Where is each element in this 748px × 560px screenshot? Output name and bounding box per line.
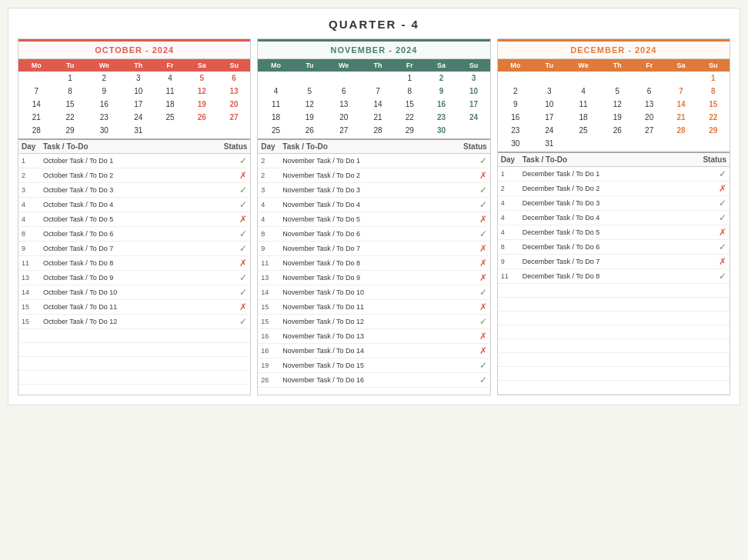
task-label: November Task / To Do 5 (282, 215, 456, 223)
empty-row (498, 312, 730, 325)
cal-day-cell: 2 (86, 72, 122, 85)
cal-day-header-Th: Th (362, 59, 393, 72)
cal-day-header-Su: Su (218, 59, 250, 72)
cal-day-header-We: We (565, 59, 601, 72)
cal-day-cell: 18 (565, 111, 601, 124)
status-cross-icon: ✗ (239, 258, 247, 268)
status-check-icon: ✓ (719, 271, 726, 282)
calendar-dec: MoTuWeThFrSaSu12345678910111213141516171… (498, 59, 730, 150)
task-day: 1 (501, 170, 523, 178)
cal-day-cell: 13 (326, 98, 362, 111)
page-container: QUARTER - 4 OCTOBER - 2024MoTuWeThFrSaSu… (8, 8, 740, 405)
cal-day-cell: 10 (457, 85, 489, 98)
empty-row (498, 381, 730, 395)
cal-day-cell: 2 (426, 72, 457, 85)
task-row: 2 December Task / To Do 2 ✗ (498, 182, 730, 196)
status-cross-icon: ✗ (239, 214, 247, 225)
cal-day-cell (602, 72, 633, 85)
task-row: 4 October Task / To Do 5 ✗ (18, 212, 250, 227)
cal-day-cell: 9 (86, 85, 122, 98)
task-day: 4 (22, 201, 43, 208)
status-check-icon: ✓ (239, 155, 247, 166)
task-label: November Task / To Do 13 (282, 332, 456, 340)
task-day: 4 (261, 201, 282, 208)
col-header-status: Status (456, 142, 487, 151)
cal-day-cell (362, 72, 393, 85)
status-check-icon: ✓ (479, 185, 487, 195)
cal-day-cell: 8 (394, 85, 426, 98)
cal-day-cell (565, 137, 601, 150)
cal-day-cell: 14 (665, 98, 696, 111)
month-header-oct: OCTOBER - 2024 (18, 39, 250, 59)
task-status: ✓ (456, 155, 487, 166)
status-check-icon: ✓ (239, 185, 247, 195)
status-check-icon: ✓ (479, 316, 487, 327)
cal-day-header-Tu: Tu (54, 59, 85, 72)
task-label: November Task / To Do 3 (282, 186, 456, 194)
empty-row (18, 343, 250, 357)
status-cross-icon: ✗ (479, 302, 487, 312)
cal-day-cell: 29 (54, 124, 85, 137)
task-status: ✗ (456, 302, 487, 312)
cal-day-cell: 9 (426, 85, 457, 98)
task-status: ✓ (456, 316, 487, 327)
task-label: December Task / To Do 8 (523, 272, 696, 280)
status-check-icon: ✓ (239, 199, 247, 210)
calendar-oct: MoTuWeThFrSaSu12345678910111213141516171… (18, 59, 250, 137)
cal-day-cell: 27 (218, 111, 250, 124)
cal-day-cell (665, 72, 696, 85)
status-cross-icon: ✗ (719, 227, 726, 238)
task-label: October Task / To Do 11 (43, 303, 216, 311)
task-day: 8 (261, 230, 282, 238)
cal-day-cell (326, 72, 362, 85)
cal-day-cell: 7 (362, 85, 393, 98)
cal-day-cell: 9 (498, 98, 533, 111)
cal-day-cell: 20 (218, 98, 250, 111)
task-status: ✓ (456, 287, 487, 298)
task-status: ✓ (696, 271, 726, 282)
empty-row (498, 353, 730, 367)
task-label: October Task / To Do 5 (43, 215, 216, 223)
task-row: 4 November Task / To Do 5 ✗ (258, 212, 489, 227)
cal-day-header-Fr: Fr (154, 59, 185, 72)
cal-day-cell: 23 (498, 124, 533, 137)
cal-day-cell (218, 124, 250, 137)
task-status: ✗ (456, 214, 487, 225)
task-label: October Task / To Do 2 (43, 172, 216, 179)
cal-day-cell: 10 (533, 98, 565, 111)
cal-day-cell: 19 (186, 98, 218, 111)
task-day: 3 (22, 186, 43, 194)
task-day: 4 (501, 214, 523, 222)
task-day: 19 (261, 362, 282, 369)
cal-day-cell: 30 (426, 124, 457, 137)
cal-day-cell: 17 (533, 111, 565, 124)
task-day: 15 (22, 318, 43, 325)
status-check-icon: ✓ (239, 228, 247, 239)
task-label: November Task / To Do 6 (282, 230, 456, 238)
task-row: 9 October Task / To Do 7 ✓ (18, 242, 250, 256)
task-row: 9 December Task / To Do 7 ✗ (498, 255, 730, 269)
task-label: November Task / To Do 2 (282, 172, 456, 179)
task-status: ✗ (216, 258, 247, 268)
cal-day-cell: 6 (633, 85, 665, 98)
task-status: ✗ (456, 258, 487, 268)
cal-day-cell: 12 (602, 98, 633, 111)
task-row: 2 November Task / To Do 1 ✓ (258, 154, 489, 168)
cal-day-cell: 1 (697, 72, 730, 85)
task-row: 4 December Task / To Do 5 ✗ (498, 225, 730, 240)
cal-day-cell: 30 (498, 137, 533, 150)
task-row: 3 October Task / To Do 3 ✓ (18, 183, 250, 198)
task-row: 13 October Task / To Do 9 ✓ (18, 271, 250, 285)
cal-day-cell: 15 (54, 98, 85, 111)
task-day: 16 (261, 347, 282, 355)
cal-day-cell: 4 (258, 85, 293, 98)
tasks-header-row: Day Task / To-Do Status (258, 140, 489, 154)
task-label: November Task / To Do 4 (282, 201, 456, 208)
cal-day-cell (565, 72, 601, 85)
task-day: 4 (501, 228, 523, 236)
task-status: ✗ (216, 214, 247, 225)
cal-day-cell: 6 (218, 72, 250, 85)
task-status: ✗ (456, 345, 487, 356)
task-status: ✗ (216, 302, 247, 312)
task-label: October Task / To Do 9 (43, 274, 216, 282)
